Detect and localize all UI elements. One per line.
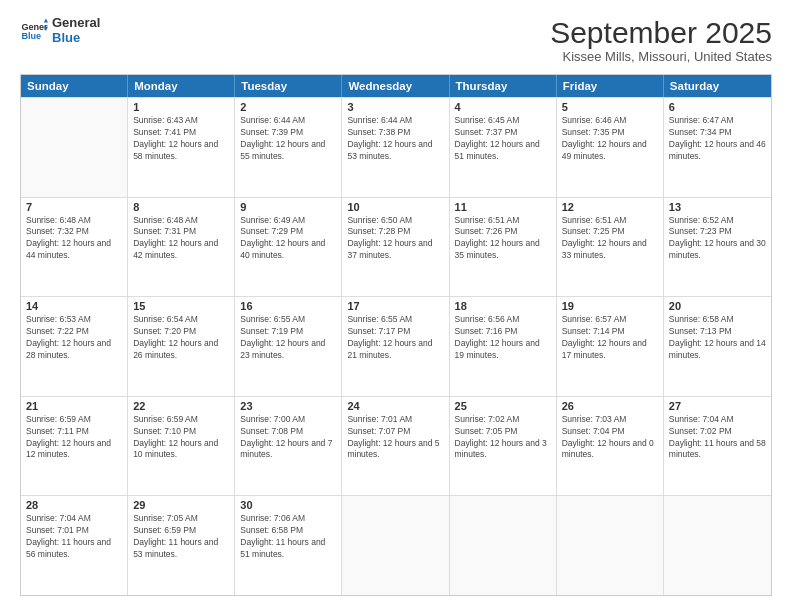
header-day: Wednesday (342, 75, 449, 97)
day-number: 29 (133, 499, 229, 511)
cell-info: Sunrise: 6:54 AMSunset: 7:20 PMDaylight:… (133, 314, 229, 362)
calendar-cell: 29Sunrise: 7:05 AMSunset: 6:59 PMDayligh… (128, 496, 235, 595)
day-number: 16 (240, 300, 336, 312)
calendar-cell: 3Sunrise: 6:44 AMSunset: 7:38 PMDaylight… (342, 98, 449, 197)
calendar-row: 7Sunrise: 6:48 AMSunset: 7:32 PMDaylight… (21, 197, 771, 297)
cell-info: Sunrise: 6:59 AMSunset: 7:11 PMDaylight:… (26, 414, 122, 462)
svg-marker-2 (44, 18, 48, 22)
calendar-cell: 19Sunrise: 6:57 AMSunset: 7:14 PMDayligh… (557, 297, 664, 396)
header-day: Friday (557, 75, 664, 97)
cell-info: Sunrise: 6:44 AMSunset: 7:39 PMDaylight:… (240, 115, 336, 163)
logo: General Blue General Blue (20, 16, 100, 46)
calendar-cell: 25Sunrise: 7:02 AMSunset: 7:05 PMDayligh… (450, 397, 557, 496)
calendar-cell: 15Sunrise: 6:54 AMSunset: 7:20 PMDayligh… (128, 297, 235, 396)
cell-info: Sunrise: 7:01 AMSunset: 7:07 PMDaylight:… (347, 414, 443, 462)
calendar-row: 1Sunrise: 6:43 AMSunset: 7:41 PMDaylight… (21, 97, 771, 197)
calendar-cell (21, 98, 128, 197)
calendar-cell: 2Sunrise: 6:44 AMSunset: 7:39 PMDaylight… (235, 98, 342, 197)
cell-info: Sunrise: 6:55 AMSunset: 7:17 PMDaylight:… (347, 314, 443, 362)
day-number: 13 (669, 201, 766, 213)
calendar-header: SundayMondayTuesdayWednesdayThursdayFrid… (21, 75, 771, 97)
cell-info: Sunrise: 6:52 AMSunset: 7:23 PMDaylight:… (669, 215, 766, 263)
calendar-cell: 4Sunrise: 6:45 AMSunset: 7:37 PMDaylight… (450, 98, 557, 197)
cell-info: Sunrise: 7:06 AMSunset: 6:58 PMDaylight:… (240, 513, 336, 561)
calendar-cell: 20Sunrise: 6:58 AMSunset: 7:13 PMDayligh… (664, 297, 771, 396)
cell-info: Sunrise: 6:53 AMSunset: 7:22 PMDaylight:… (26, 314, 122, 362)
calendar-cell: 11Sunrise: 6:51 AMSunset: 7:26 PMDayligh… (450, 198, 557, 297)
calendar-row: 14Sunrise: 6:53 AMSunset: 7:22 PMDayligh… (21, 296, 771, 396)
day-number: 17 (347, 300, 443, 312)
day-number: 26 (562, 400, 658, 412)
header: General Blue General Blue September 2025… (20, 16, 772, 64)
day-number: 7 (26, 201, 122, 213)
location: Kissee Mills, Missouri, United States (550, 49, 772, 64)
calendar-cell: 30Sunrise: 7:06 AMSunset: 6:58 PMDayligh… (235, 496, 342, 595)
day-number: 28 (26, 499, 122, 511)
calendar-cell: 28Sunrise: 7:04 AMSunset: 7:01 PMDayligh… (21, 496, 128, 595)
cell-info: Sunrise: 6:57 AMSunset: 7:14 PMDaylight:… (562, 314, 658, 362)
day-number: 19 (562, 300, 658, 312)
day-number: 5 (562, 101, 658, 113)
cell-info: Sunrise: 7:03 AMSunset: 7:04 PMDaylight:… (562, 414, 658, 462)
calendar-row: 28Sunrise: 7:04 AMSunset: 7:01 PMDayligh… (21, 495, 771, 595)
calendar-cell: 17Sunrise: 6:55 AMSunset: 7:17 PMDayligh… (342, 297, 449, 396)
calendar-cell: 16Sunrise: 6:55 AMSunset: 7:19 PMDayligh… (235, 297, 342, 396)
calendar-cell: 8Sunrise: 6:48 AMSunset: 7:31 PMDaylight… (128, 198, 235, 297)
day-number: 2 (240, 101, 336, 113)
calendar-cell: 10Sunrise: 6:50 AMSunset: 7:28 PMDayligh… (342, 198, 449, 297)
day-number: 18 (455, 300, 551, 312)
day-number: 3 (347, 101, 443, 113)
cell-info: Sunrise: 6:44 AMSunset: 7:38 PMDaylight:… (347, 115, 443, 163)
cell-info: Sunrise: 7:00 AMSunset: 7:08 PMDaylight:… (240, 414, 336, 462)
calendar-cell: 14Sunrise: 6:53 AMSunset: 7:22 PMDayligh… (21, 297, 128, 396)
calendar-cell: 6Sunrise: 6:47 AMSunset: 7:34 PMDaylight… (664, 98, 771, 197)
calendar-cell: 23Sunrise: 7:00 AMSunset: 7:08 PMDayligh… (235, 397, 342, 496)
cell-info: Sunrise: 6:45 AMSunset: 7:37 PMDaylight:… (455, 115, 551, 163)
calendar-cell: 5Sunrise: 6:46 AMSunset: 7:35 PMDaylight… (557, 98, 664, 197)
header-day: Thursday (450, 75, 557, 97)
calendar-body: 1Sunrise: 6:43 AMSunset: 7:41 PMDaylight… (21, 97, 771, 595)
day-number: 30 (240, 499, 336, 511)
calendar-cell (664, 496, 771, 595)
calendar-cell: 21Sunrise: 6:59 AMSunset: 7:11 PMDayligh… (21, 397, 128, 496)
day-number: 22 (133, 400, 229, 412)
day-number: 1 (133, 101, 229, 113)
calendar-cell: 18Sunrise: 6:56 AMSunset: 7:16 PMDayligh… (450, 297, 557, 396)
title-block: September 2025 Kissee Mills, Missouri, U… (550, 16, 772, 64)
calendar-cell (342, 496, 449, 595)
cell-info: Sunrise: 7:05 AMSunset: 6:59 PMDaylight:… (133, 513, 229, 561)
cell-info: Sunrise: 6:51 AMSunset: 7:26 PMDaylight:… (455, 215, 551, 263)
day-number: 15 (133, 300, 229, 312)
calendar-cell: 1Sunrise: 6:43 AMSunset: 7:41 PMDaylight… (128, 98, 235, 197)
cell-info: Sunrise: 6:56 AMSunset: 7:16 PMDaylight:… (455, 314, 551, 362)
cell-info: Sunrise: 7:02 AMSunset: 7:05 PMDaylight:… (455, 414, 551, 462)
day-number: 27 (669, 400, 766, 412)
calendar-row: 21Sunrise: 6:59 AMSunset: 7:11 PMDayligh… (21, 396, 771, 496)
day-number: 24 (347, 400, 443, 412)
calendar-cell: 13Sunrise: 6:52 AMSunset: 7:23 PMDayligh… (664, 198, 771, 297)
svg-text:Blue: Blue (21, 31, 41, 41)
day-number: 20 (669, 300, 766, 312)
logo-line2: Blue (52, 31, 100, 46)
day-number: 12 (562, 201, 658, 213)
cell-info: Sunrise: 6:48 AMSunset: 7:32 PMDaylight:… (26, 215, 122, 263)
cell-info: Sunrise: 6:49 AMSunset: 7:29 PMDaylight:… (240, 215, 336, 263)
day-number: 9 (240, 201, 336, 213)
cell-info: Sunrise: 6:50 AMSunset: 7:28 PMDaylight:… (347, 215, 443, 263)
cell-info: Sunrise: 6:51 AMSunset: 7:25 PMDaylight:… (562, 215, 658, 263)
day-number: 21 (26, 400, 122, 412)
day-number: 8 (133, 201, 229, 213)
logo-line1: General (52, 16, 100, 31)
header-day: Tuesday (235, 75, 342, 97)
calendar-cell (450, 496, 557, 595)
cell-info: Sunrise: 6:47 AMSunset: 7:34 PMDaylight:… (669, 115, 766, 163)
cell-info: Sunrise: 6:59 AMSunset: 7:10 PMDaylight:… (133, 414, 229, 462)
day-number: 6 (669, 101, 766, 113)
calendar-cell: 27Sunrise: 7:04 AMSunset: 7:02 PMDayligh… (664, 397, 771, 496)
cell-info: Sunrise: 6:58 AMSunset: 7:13 PMDaylight:… (669, 314, 766, 362)
page: General Blue General Blue September 2025… (0, 0, 792, 612)
cell-info: Sunrise: 7:04 AMSunset: 7:02 PMDaylight:… (669, 414, 766, 462)
header-day: Monday (128, 75, 235, 97)
svg-text:General: General (21, 22, 48, 32)
day-number: 4 (455, 101, 551, 113)
